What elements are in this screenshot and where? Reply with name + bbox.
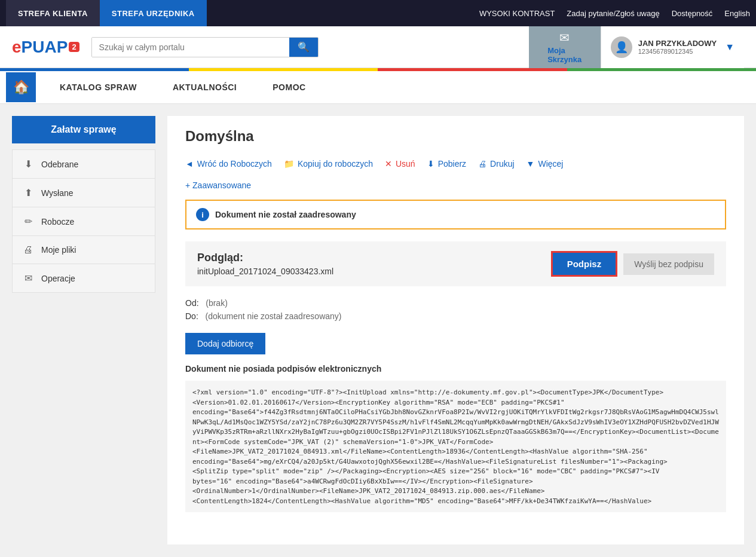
from-to-section: Od: (brak) Do: (dokument nie został zaad…	[185, 298, 726, 321]
sidebar-item-moje-pliki[interactable]: 🖨 Moje pliki	[13, 236, 155, 264]
warning-text: Dokument nie został zaadresowany	[215, 210, 356, 219]
delete-label: Usuń	[396, 159, 415, 169]
print-label: Drukuj	[490, 159, 514, 169]
header-right: ✉ MojaSkrzynka 👤 JAN PRZYKŁADOWY 1234567…	[529, 26, 744, 68]
sidebar-item-operacje[interactable]: ✉ Operacje	[13, 264, 155, 292]
nav-katalog[interactable]: KATALOG SPRAW	[42, 71, 155, 103]
more-label: Więcej	[538, 159, 563, 169]
copy-label: Kopiuj do roboczych	[298, 159, 373, 169]
home-button[interactable]: 🏠	[6, 72, 36, 102]
more-button[interactable]: ▼ Więcej	[527, 157, 564, 171]
sidebar-item-odebrane[interactable]: ⬇ Odebrane	[13, 150, 155, 179]
from-row: Od: (brak)	[185, 298, 726, 308]
delete-icon: ✕	[385, 159, 392, 169]
xml-content: <?xml version="1.0" encoding="UTF-8"?><I…	[185, 381, 726, 512]
search-input[interactable]	[92, 38, 289, 57]
page-content: Załatw sprawę ⬇ Odebrane ⬆ Wysłane ✏ Rob…	[0, 104, 756, 556]
user-dropdown-arrow[interactable]: ▼	[725, 42, 734, 53]
top-nav-tabs: STREFA KLIENTA STREFA URZĘDNIKA	[6, 0, 207, 26]
english-link[interactable]: English	[724, 9, 750, 18]
nav-pomoc[interactable]: POMOC	[255, 71, 323, 103]
main-nav: 🏠 KATALOG SPRAW AKTUALNOŚCI POMOC	[0, 71, 756, 104]
print-button[interactable]: 🖨 Drukuj	[478, 157, 514, 171]
preview-actions: Podpisz Wyślij bez podpisu	[551, 251, 714, 277]
print-icon: 🖨	[478, 159, 486, 169]
copy-button[interactable]: 📁 Kopiuj do roboczych	[284, 157, 373, 171]
copy-icon: 📁	[284, 159, 294, 169]
from-value: (brak)	[206, 298, 228, 308]
download-icon: ⬇	[22, 158, 34, 170]
advanced-row: + Zaawansowane	[185, 180, 726, 190]
download-button[interactable]: ⬇ Pobierz	[427, 157, 466, 171]
mailbox-label: MojaSkrzynka	[547, 46, 581, 64]
logo-badge: 2	[69, 42, 79, 52]
more-icon: ▼	[527, 159, 535, 169]
back-label: Wróć do Roboczych	[197, 159, 272, 169]
main-area: Domyślna ◄ Wróć do Roboczych 📁 Kopiuj do…	[167, 116, 744, 544]
logo-text: ePUAP	[12, 38, 68, 57]
nav-aktualnosci[interactable]: AKTUALNOŚCI	[155, 71, 255, 103]
no-signatures-text: Dokument nie posiada podpisów elektronic…	[185, 364, 726, 374]
preview-section: Podgląd: initUpload_20171024_09033423.xm…	[185, 241, 726, 286]
to-value: (dokument nie został zaadresowany)	[205, 311, 341, 321]
back-icon: ◄	[185, 159, 194, 169]
avatar: 👤	[611, 36, 632, 58]
info-icon: i	[196, 208, 209, 221]
to-row: Do: (dokument nie został zaadresowany)	[185, 311, 726, 321]
download-label: Pobierz	[438, 159, 466, 169]
search-button[interactable]: 🔍	[289, 38, 318, 57]
tab-strefa-urzednika[interactable]: STREFA URZĘDNIKA	[100, 0, 207, 26]
envelope-icon: ✉	[22, 273, 34, 284]
upload-icon: ⬆	[22, 187, 34, 198]
delete-button[interactable]: ✕ Usuń	[385, 157, 415, 171]
add-recipient-button[interactable]: Dodaj odbiorcę	[185, 333, 265, 354]
search-box: 🔍	[91, 37, 319, 57]
tab-strefa-urzednika-label: STREFA URZĘDNIKA	[112, 9, 195, 18]
download-icon: ⬇	[427, 159, 434, 169]
header-bar: ePUAP 2 🔍 ✉ MojaSkrzynka 👤 JAN PRZYKŁADO…	[0, 26, 756, 68]
from-label: Od:	[185, 298, 199, 308]
attach-case-button[interactable]: Załatw sprawę	[12, 116, 155, 143]
user-id: 123456789012345	[638, 48, 717, 55]
warning-box: i Dokument nie został zaadresowany	[185, 200, 726, 229]
sidebar-menu: ⬇ Odebrane ⬆ Wysłane ✏ Robocze 🖨 Moje pl…	[12, 149, 155, 293]
sidebar-item-robocze-label: Robocze	[41, 217, 74, 227]
sidebar: Załatw sprawę ⬇ Odebrane ⬆ Wysłane ✏ Rob…	[12, 116, 155, 544]
sidebar-item-wyslane-label: Wysłane	[41, 188, 74, 198]
accessibility-link[interactable]: Dostępność	[672, 9, 713, 18]
top-nav-right: WYSOKI KONTRAST Zadaj pytanie/Zgłoś uwag…	[479, 9, 750, 18]
toolbar: ◄ Wróć do Roboczych 📁 Kopiuj do roboczyc…	[185, 157, 726, 171]
sidebar-item-odebrane-label: Odebrane	[41, 160, 78, 169]
logo[interactable]: ePUAP 2	[12, 38, 79, 57]
edit-icon: ✏	[22, 216, 34, 227]
sidebar-item-wyslane[interactable]: ⬆ Wysłane	[13, 179, 155, 207]
sidebar-item-moje-pliki-label: Moje pliki	[41, 245, 76, 255]
preview-info: Podgląd: initUpload_20171024_09033423.xm…	[197, 252, 333, 276]
preview-title: Podgląd:	[197, 252, 333, 264]
sidebar-item-operacje-label: Operacje	[41, 274, 75, 283]
to-label: Do:	[185, 311, 198, 321]
mail-icon: ✉	[559, 30, 570, 45]
ask-question-link[interactable]: Zadaj pytanie/Zgłoś uwagę	[567, 9, 659, 18]
printer-icon: 🖨	[22, 244, 34, 255]
advanced-link[interactable]: + Zaawansowane	[185, 180, 251, 190]
high-contrast-link[interactable]: WYSOKI KONTRAST	[479, 9, 555, 18]
user-details: JAN PRZYKŁADOWY 123456789012345	[638, 39, 717, 55]
preview-filename: initUpload_20171024_09033423.xml	[197, 267, 333, 276]
tab-strefa-klienta[interactable]: STREFA KLIENTA	[6, 0, 100, 26]
page-title: Domyślna	[185, 128, 726, 145]
user-info: 👤 JAN PRZYKŁADOWY 123456789012345 ▼	[601, 26, 744, 68]
tab-strefa-klienta-label: STREFA KLIENTA	[18, 9, 88, 18]
top-nav: STREFA KLIENTA STREFA URZĘDNIKA WYSOKI K…	[0, 0, 756, 26]
send-without-signature-button[interactable]: Wyślij bez podpisu	[623, 253, 714, 275]
sidebar-item-robocze[interactable]: ✏ Robocze	[13, 207, 155, 236]
user-name: JAN PRZYKŁADOWY	[638, 39, 717, 48]
sign-button[interactable]: Podpisz	[551, 251, 618, 277]
back-button[interactable]: ◄ Wróć do Roboczych	[185, 157, 272, 171]
mailbox-button[interactable]: ✉ MojaSkrzynka	[529, 26, 601, 68]
